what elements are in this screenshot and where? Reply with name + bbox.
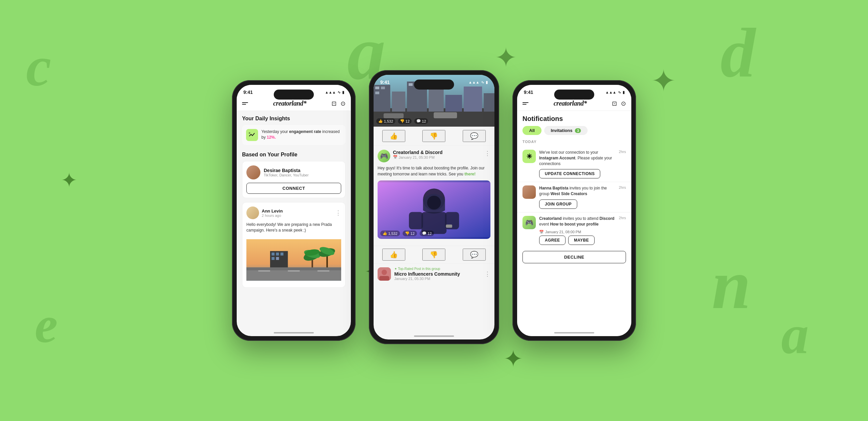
svg-rect-46 [379,276,389,281]
notif-3-actions: AGREE MAYBE [539,235,616,245]
decline-button[interactable]: DECLINE [523,251,626,263]
top-rated-card: ✦ Top-Rated Post in this group Micro Inf… [374,263,494,284]
like-button-top[interactable]: 👍 [382,130,405,142]
ann-post-text: Hello everybody! We are preparing a new … [246,222,341,233]
insight-icon: ✳ [246,129,258,141]
phone-1: 9:41 ▲▲▲ ∿ ▮ creatorland* ⊡ ⊙ [232,80,355,341]
phone-3-time: 9:41 [524,89,533,95]
svg-rect-19 [317,270,330,272]
notif-3-date: January 21, 08:00 PM [545,230,581,234]
star-icon-badge: ✦ [394,267,397,271]
search-icon-3[interactable]: ⊙ [621,100,626,107]
desirae-profile-row: Desirae Baptista TikToker, Dancer, YouTu… [246,165,341,179]
phone-3-status-icons: ▲▲▲ ∿ ▮ [605,90,625,94]
phones-container: 9:41 ▲▲▲ ∿ ▮ creatorland* ⊡ ⊙ [0,0,868,421]
svg-rect-5 [280,252,283,255]
insight-bold: engagement rate [289,129,321,134]
phone-3-dynamic-island [554,89,594,100]
asterisk-icon: ✳ [526,152,532,160]
phone-2: 9:41 ▲▲▲ ∿ ▮ [369,70,499,344]
dislike-button-top[interactable]: 👎 [422,130,445,142]
phone-1-header-icons: ⊡ ⊙ [332,100,345,107]
insight-prefix: Yesterday your [261,129,289,134]
feed-actions-bottom: 👍 👎 💬 [374,246,494,263]
join-group-button[interactable]: JOIN GROUP [539,199,577,209]
hoodie-stats: 👍 1,532 👎 12 💬 12 [380,230,434,236]
svg-rect-30 [381,87,385,89]
desirae-profile-card: Desirae Baptista TikToker, Dancer, YouTu… [242,161,345,198]
top-rated-menu[interactable]: ⋮ [485,270,490,278]
connect-button[interactable]: CONNECT [246,183,341,194]
battery-icon-2: ▮ [486,80,488,85]
update-connections-button[interactable]: UPDATE CONNECTIONS [539,169,600,178]
menu-button-1[interactable] [242,102,248,105]
phone-1-content: Your Daily Insights ✳ Yesterday your eng… [237,111,351,291]
notif-discord-event: 🎮 Creatorland invites you to attend Disc… [517,213,631,248]
dislike-button-bottom[interactable]: 👎 [422,249,445,261]
feed-stat-dislikes: 👎 12 [398,118,412,124]
svg-rect-36 [434,112,457,118]
svg-rect-35 [383,113,404,118]
notif-3-avatar: 🎮 [523,216,536,229]
wifi-icon: ∿ [338,90,341,94]
notif-3-text: Creatorland invites you to attend Discor… [539,216,616,227]
signal-icon-3: ▲▲▲ [605,90,616,94]
menu-button-3[interactable] [523,102,528,105]
phone-1-dynamic-island [274,89,314,100]
calendar-icon: 📅 [393,155,398,159]
feed-stat-likes: 👍 1,532 [376,118,395,124]
bookmark-icon-3[interactable]: ⊡ [612,100,617,107]
discord-icon: 🎮 [525,219,533,227]
top-rated-date: January 21, 05:30 PM [394,277,481,281]
like-icon-small: 👍 [382,231,387,235]
post-menu-icon[interactable]: ⋮ [485,150,490,157]
feed-stat-comments: 💬 12 [414,118,428,124]
notifications-title: Notifications [517,111,631,126]
ann-post-menu[interactable]: ⋮ [335,209,341,217]
maybe-button[interactable]: MAYBE [568,235,595,245]
likes-icon: 👍 [378,119,383,123]
tab-invitations[interactable]: Invitations 3 [544,126,588,135]
feed-post-image-wrapper: 👍 1,532 👎 12 💬 12 [378,180,490,239]
like-button-bottom[interactable]: 👍 [382,249,405,261]
desirae-info: Desirae Baptista TikToker, Dancer, YouTu… [264,168,341,177]
notif-1-text: We've lost our connection to your Instag… [539,150,616,166]
desirae-role: TikToker, Dancer, YouTuber [264,173,341,177]
search-icon-1[interactable]: ⊙ [341,100,345,107]
feed-post-link: there! [464,172,475,176]
top-rated-in: in this group [422,267,440,271]
svg-rect-25 [429,88,444,112]
phone-1-logo: creatorland* [273,100,307,107]
menu-line-3-2 [523,104,526,105]
svg-rect-6 [271,257,274,260]
invitations-badge: 3 [575,128,581,133]
bookmark-icon-1[interactable]: ⊡ [332,100,337,107]
phone-1-screen: 9:41 ▲▲▲ ∿ ▮ creatorland* ⊡ ⊙ [237,85,351,336]
svg-rect-42 [446,225,452,228]
notification-tabs: All Invitations 3 [517,126,631,139]
feed-post-info: Creatorland & Discord 📅 January 21, 05:3… [393,150,482,159]
battery-icon: ▮ [342,90,344,94]
notif-1-content: We've lost our connection to your Instag… [539,150,616,178]
agree-button[interactable]: AGREE [539,235,565,245]
top-rated-avatar [378,267,391,281]
wifi-icon-3: ∿ [618,90,621,94]
phone-2-time: 9:41 [380,80,390,85]
svg-point-43 [427,196,441,209]
svg-rect-4 [276,252,279,255]
svg-rect-7 [276,257,279,260]
comment-button-top[interactable]: 💬 [463,130,486,142]
based-on-profile-title: Based on Your Profile [237,150,351,161]
notif-2-text: Hanna Baptista invites you to join the g… [539,186,616,197]
svg-rect-17 [258,270,271,272]
comment-button-bottom[interactable]: 💬 [463,249,486,261]
ann-post-header: Ann Levin 2 hours ago ⋮ [246,206,341,219]
svg-rect-18 [288,270,300,272]
hoodie-dislikes: 👎 12 [403,230,417,236]
today-label: TODAY [517,139,631,146]
svg-rect-31 [375,91,379,94]
desirae-name: Desirae Baptista [264,168,341,173]
tab-all[interactable]: All [523,126,541,135]
notif-1-time: 2hrs [619,150,626,154]
notif-3-time: 2hrs [619,216,626,220]
